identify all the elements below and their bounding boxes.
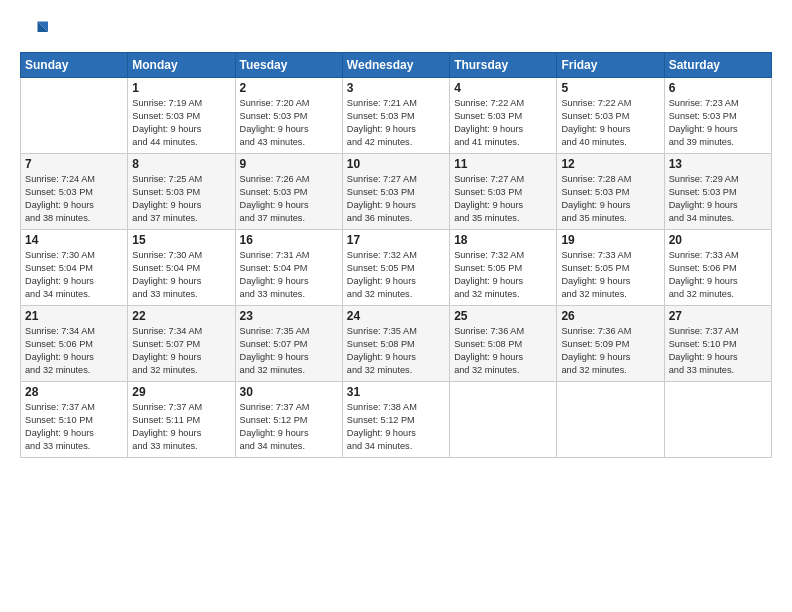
day-number: 27 bbox=[669, 309, 767, 323]
calendar-cell: 4Sunrise: 7:22 AM Sunset: 5:03 PM Daylig… bbox=[450, 78, 557, 154]
day-number: 6 bbox=[669, 81, 767, 95]
weekday-header-monday: Monday bbox=[128, 53, 235, 78]
day-info: Sunrise: 7:25 AM Sunset: 5:03 PM Dayligh… bbox=[132, 173, 230, 225]
weekday-header-tuesday: Tuesday bbox=[235, 53, 342, 78]
day-number: 11 bbox=[454, 157, 552, 171]
day-number: 26 bbox=[561, 309, 659, 323]
day-number: 18 bbox=[454, 233, 552, 247]
day-number: 7 bbox=[25, 157, 123, 171]
calendar-cell: 3Sunrise: 7:21 AM Sunset: 5:03 PM Daylig… bbox=[342, 78, 449, 154]
calendar-cell: 23Sunrise: 7:35 AM Sunset: 5:07 PM Dayli… bbox=[235, 306, 342, 382]
day-number: 21 bbox=[25, 309, 123, 323]
weekday-header-wednesday: Wednesday bbox=[342, 53, 449, 78]
calendar-cell: 30Sunrise: 7:37 AM Sunset: 5:12 PM Dayli… bbox=[235, 382, 342, 458]
day-number: 14 bbox=[25, 233, 123, 247]
calendar-cell: 9Sunrise: 7:26 AM Sunset: 5:03 PM Daylig… bbox=[235, 154, 342, 230]
day-info: Sunrise: 7:19 AM Sunset: 5:03 PM Dayligh… bbox=[132, 97, 230, 149]
calendar-cell: 27Sunrise: 7:37 AM Sunset: 5:10 PM Dayli… bbox=[664, 306, 771, 382]
day-number: 2 bbox=[240, 81, 338, 95]
day-info: Sunrise: 7:37 AM Sunset: 5:12 PM Dayligh… bbox=[240, 401, 338, 453]
day-number: 22 bbox=[132, 309, 230, 323]
calendar-cell: 31Sunrise: 7:38 AM Sunset: 5:12 PM Dayli… bbox=[342, 382, 449, 458]
day-info: Sunrise: 7:27 AM Sunset: 5:03 PM Dayligh… bbox=[454, 173, 552, 225]
day-info: Sunrise: 7:36 AM Sunset: 5:09 PM Dayligh… bbox=[561, 325, 659, 377]
calendar-cell: 10Sunrise: 7:27 AM Sunset: 5:03 PM Dayli… bbox=[342, 154, 449, 230]
day-number: 30 bbox=[240, 385, 338, 399]
calendar-cell: 19Sunrise: 7:33 AM Sunset: 5:05 PM Dayli… bbox=[557, 230, 664, 306]
weekday-header-saturday: Saturday bbox=[664, 53, 771, 78]
calendar-cell bbox=[21, 78, 128, 154]
day-info: Sunrise: 7:22 AM Sunset: 5:03 PM Dayligh… bbox=[561, 97, 659, 149]
calendar: SundayMondayTuesdayWednesdayThursdayFrid… bbox=[20, 52, 772, 458]
calendar-cell: 11Sunrise: 7:27 AM Sunset: 5:03 PM Dayli… bbox=[450, 154, 557, 230]
calendar-cell: 26Sunrise: 7:36 AM Sunset: 5:09 PM Dayli… bbox=[557, 306, 664, 382]
calendar-cell: 24Sunrise: 7:35 AM Sunset: 5:08 PM Dayli… bbox=[342, 306, 449, 382]
calendar-cell: 6Sunrise: 7:23 AM Sunset: 5:03 PM Daylig… bbox=[664, 78, 771, 154]
day-info: Sunrise: 7:32 AM Sunset: 5:05 PM Dayligh… bbox=[347, 249, 445, 301]
week-row-3: 21Sunrise: 7:34 AM Sunset: 5:06 PM Dayli… bbox=[21, 306, 772, 382]
calendar-cell: 15Sunrise: 7:30 AM Sunset: 5:04 PM Dayli… bbox=[128, 230, 235, 306]
day-info: Sunrise: 7:36 AM Sunset: 5:08 PM Dayligh… bbox=[454, 325, 552, 377]
weekday-header-row: SundayMondayTuesdayWednesdayThursdayFrid… bbox=[21, 53, 772, 78]
day-number: 15 bbox=[132, 233, 230, 247]
calendar-cell: 28Sunrise: 7:37 AM Sunset: 5:10 PM Dayli… bbox=[21, 382, 128, 458]
day-number: 17 bbox=[347, 233, 445, 247]
calendar-cell bbox=[450, 382, 557, 458]
day-number: 12 bbox=[561, 157, 659, 171]
day-number: 24 bbox=[347, 309, 445, 323]
day-info: Sunrise: 7:33 AM Sunset: 5:06 PM Dayligh… bbox=[669, 249, 767, 301]
week-row-0: 1Sunrise: 7:19 AM Sunset: 5:03 PM Daylig… bbox=[21, 78, 772, 154]
calendar-cell: 21Sunrise: 7:34 AM Sunset: 5:06 PM Dayli… bbox=[21, 306, 128, 382]
day-info: Sunrise: 7:37 AM Sunset: 5:11 PM Dayligh… bbox=[132, 401, 230, 453]
day-info: Sunrise: 7:33 AM Sunset: 5:05 PM Dayligh… bbox=[561, 249, 659, 301]
day-number: 3 bbox=[347, 81, 445, 95]
day-info: Sunrise: 7:27 AM Sunset: 5:03 PM Dayligh… bbox=[347, 173, 445, 225]
day-info: Sunrise: 7:37 AM Sunset: 5:10 PM Dayligh… bbox=[669, 325, 767, 377]
day-number: 20 bbox=[669, 233, 767, 247]
calendar-cell bbox=[557, 382, 664, 458]
calendar-cell: 20Sunrise: 7:33 AM Sunset: 5:06 PM Dayli… bbox=[664, 230, 771, 306]
week-row-4: 28Sunrise: 7:37 AM Sunset: 5:10 PM Dayli… bbox=[21, 382, 772, 458]
day-number: 23 bbox=[240, 309, 338, 323]
calendar-cell: 1Sunrise: 7:19 AM Sunset: 5:03 PM Daylig… bbox=[128, 78, 235, 154]
day-number: 4 bbox=[454, 81, 552, 95]
day-info: Sunrise: 7:23 AM Sunset: 5:03 PM Dayligh… bbox=[669, 97, 767, 149]
day-number: 1 bbox=[132, 81, 230, 95]
day-info: Sunrise: 7:30 AM Sunset: 5:04 PM Dayligh… bbox=[132, 249, 230, 301]
day-number: 10 bbox=[347, 157, 445, 171]
week-row-1: 7Sunrise: 7:24 AM Sunset: 5:03 PM Daylig… bbox=[21, 154, 772, 230]
calendar-cell: 7Sunrise: 7:24 AM Sunset: 5:03 PM Daylig… bbox=[21, 154, 128, 230]
day-info: Sunrise: 7:35 AM Sunset: 5:07 PM Dayligh… bbox=[240, 325, 338, 377]
calendar-cell: 29Sunrise: 7:37 AM Sunset: 5:11 PM Dayli… bbox=[128, 382, 235, 458]
day-number: 16 bbox=[240, 233, 338, 247]
day-info: Sunrise: 7:34 AM Sunset: 5:06 PM Dayligh… bbox=[25, 325, 123, 377]
day-number: 28 bbox=[25, 385, 123, 399]
calendar-cell: 14Sunrise: 7:30 AM Sunset: 5:04 PM Dayli… bbox=[21, 230, 128, 306]
weekday-header-thursday: Thursday bbox=[450, 53, 557, 78]
day-info: Sunrise: 7:20 AM Sunset: 5:03 PM Dayligh… bbox=[240, 97, 338, 149]
day-info: Sunrise: 7:29 AM Sunset: 5:03 PM Dayligh… bbox=[669, 173, 767, 225]
day-number: 8 bbox=[132, 157, 230, 171]
calendar-cell bbox=[664, 382, 771, 458]
day-number: 25 bbox=[454, 309, 552, 323]
day-number: 9 bbox=[240, 157, 338, 171]
day-info: Sunrise: 7:34 AM Sunset: 5:07 PM Dayligh… bbox=[132, 325, 230, 377]
calendar-cell: 8Sunrise: 7:25 AM Sunset: 5:03 PM Daylig… bbox=[128, 154, 235, 230]
calendar-cell: 16Sunrise: 7:31 AM Sunset: 5:04 PM Dayli… bbox=[235, 230, 342, 306]
day-number: 5 bbox=[561, 81, 659, 95]
day-info: Sunrise: 7:28 AM Sunset: 5:03 PM Dayligh… bbox=[561, 173, 659, 225]
day-number: 29 bbox=[132, 385, 230, 399]
day-info: Sunrise: 7:35 AM Sunset: 5:08 PM Dayligh… bbox=[347, 325, 445, 377]
logo-icon bbox=[20, 18, 48, 46]
calendar-cell: 17Sunrise: 7:32 AM Sunset: 5:05 PM Dayli… bbox=[342, 230, 449, 306]
day-number: 31 bbox=[347, 385, 445, 399]
header bbox=[20, 18, 772, 46]
day-info: Sunrise: 7:37 AM Sunset: 5:10 PM Dayligh… bbox=[25, 401, 123, 453]
day-info: Sunrise: 7:24 AM Sunset: 5:03 PM Dayligh… bbox=[25, 173, 123, 225]
calendar-cell: 13Sunrise: 7:29 AM Sunset: 5:03 PM Dayli… bbox=[664, 154, 771, 230]
weekday-header-friday: Friday bbox=[557, 53, 664, 78]
calendar-cell: 22Sunrise: 7:34 AM Sunset: 5:07 PM Dayli… bbox=[128, 306, 235, 382]
day-number: 13 bbox=[669, 157, 767, 171]
day-info: Sunrise: 7:32 AM Sunset: 5:05 PM Dayligh… bbox=[454, 249, 552, 301]
day-info: Sunrise: 7:26 AM Sunset: 5:03 PM Dayligh… bbox=[240, 173, 338, 225]
